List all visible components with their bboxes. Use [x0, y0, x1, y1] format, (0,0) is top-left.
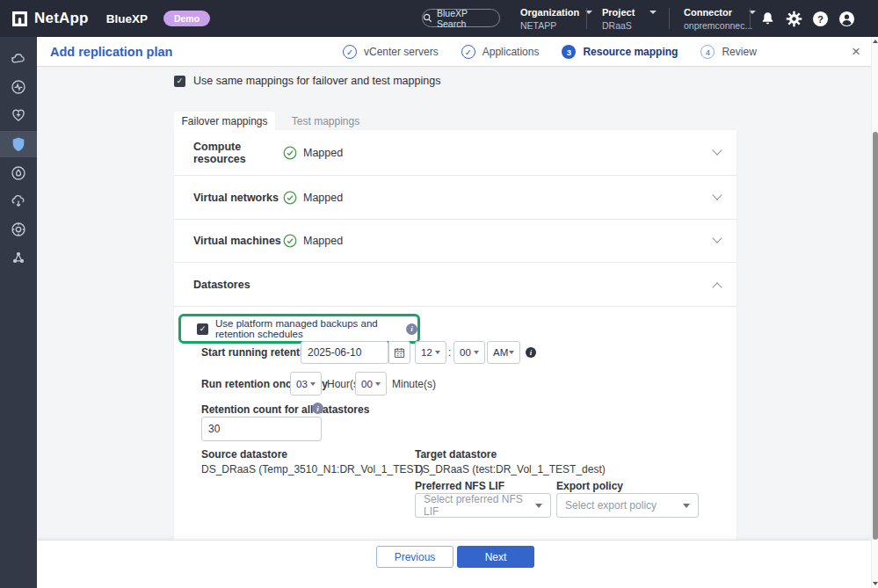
bluexp-search[interactable]: BlueXP Search — [422, 9, 500, 27]
chevron-up-icon[interactable] — [712, 282, 722, 292]
close-icon[interactable]: × — [852, 43, 860, 61]
tab-test-mappings[interactable]: Test mappings — [275, 112, 376, 130]
step-review[interactable]: 4 Review — [700, 45, 756, 59]
user-account-icon[interactable] — [838, 10, 855, 27]
sidebar-item-sync[interactable] — [0, 245, 37, 270]
next-button[interactable]: Next — [457, 546, 534, 568]
chevron-down-icon — [435, 351, 440, 354]
sidebar-item-clouds[interactable] — [0, 47, 37, 71]
same-mappings-checkbox[interactable]: ✓ — [174, 76, 185, 87]
step-resource-mapping[interactable]: 3 Resource mapping — [562, 45, 678, 59]
retention-count-label: Retention count for all datastores — [201, 403, 369, 416]
row-label: Datastores — [193, 279, 283, 291]
minutes-suffix-label: Minute(s) — [392, 378, 436, 390]
row-label: Compute resources — [193, 141, 283, 165]
row-virtual-machines[interactable]: Virtual machines Mapped — [174, 220, 737, 263]
vertical-scrollbar — [871, 37, 878, 588]
brand: NetApp BlueXP Demo — [12, 0, 210, 37]
ampm-select[interactable]: AM — [487, 341, 520, 364]
info-icon[interactable]: i — [526, 347, 536, 358]
chevron-down-icon — [474, 351, 479, 354]
source-datastore-value: DS_DRaaS (Temp_3510_N1:DR_Vol_1_TEST) — [201, 463, 424, 475]
minute-value: 00 — [460, 347, 471, 358]
sidebar-item-restore[interactable] — [0, 189, 37, 214]
row-label: Virtual networks — [193, 192, 283, 204]
tab-failover-mappings[interactable]: Failover mappings — [174, 112, 275, 130]
chevron-down-icon — [375, 382, 381, 386]
sidebar-item-ransomware[interactable] — [0, 161, 37, 185]
chevron-down-icon[interactable] — [712, 233, 722, 243]
shield-protection-icon — [11, 136, 26, 152]
row-datastores-header[interactable]: Datastores — [174, 263, 737, 307]
previous-button[interactable]: Previous — [376, 546, 454, 568]
ampm-value: AM — [493, 347, 508, 358]
status-badge: Mapped — [283, 146, 343, 160]
time-colon: : — [448, 346, 451, 359]
chevron-down-icon — [535, 504, 542, 508]
sidebar-item-protection-active[interactable] — [0, 131, 37, 157]
connector-menu[interactable]: Connector onpremconnec... — [684, 7, 744, 32]
project-label: Project — [602, 7, 644, 18]
chevron-down-icon[interactable] — [712, 145, 722, 155]
scroll-up-arrow-icon[interactable] — [873, 40, 878, 43]
target-datastore-value: DS_DRaaS (test:DR_Vol_1_TEST_dest) — [415, 463, 606, 475]
same-mappings-row: ✓ Use same mappings for failover and tes… — [174, 75, 440, 87]
wizard-steps: ✓ vCenter servers ✓ Applications 3 Resou… — [343, 37, 757, 67]
ransomware-protection-icon — [11, 165, 26, 181]
status-text: Mapped — [303, 192, 343, 204]
help-icon[interactable]: ? — [811, 10, 829, 27]
retention-count-input[interactable] — [201, 417, 322, 441]
step-done-check-icon: ✓ — [461, 45, 475, 59]
hour-select[interactable]: 12 — [415, 341, 446, 364]
mapped-check-icon — [283, 234, 297, 248]
notifications-bell-icon[interactable] — [758, 10, 776, 27]
organization-menu[interactable]: Organization NETAPP — [520, 7, 580, 32]
step-vcenter-servers[interactable]: ✓ vCenter servers — [343, 45, 439, 59]
header-divider — [586, 8, 587, 29]
organization-label: Organization — [520, 7, 580, 18]
status-badge: Mapped — [283, 191, 343, 205]
chevron-down-icon — [649, 11, 657, 14]
minute-select[interactable]: 00 — [454, 341, 485, 364]
export-policy-dropdown[interactable]: Select export policy — [556, 493, 699, 518]
sync-nodes-icon — [11, 250, 26, 265]
project-menu[interactable]: Project DRaaS — [602, 7, 644, 32]
header-divider — [750, 8, 751, 29]
bluexp-app-window: NetApp BlueXP Demo BlueXP Search Organiz… — [0, 0, 878, 588]
status-text: Mapped — [303, 147, 343, 159]
sidebar-item-console[interactable] — [0, 75, 37, 99]
health-heart-icon — [11, 107, 26, 123]
step-applications[interactable]: ✓ Applications — [461, 45, 540, 59]
export-policy-placeholder: Select export policy — [565, 499, 657, 512]
sidebar-item-health[interactable] — [0, 103, 37, 127]
mapped-check-icon — [283, 191, 297, 205]
row-virtual-networks[interactable]: Virtual networks Mapped — [174, 176, 737, 220]
chevron-down-icon — [509, 351, 514, 354]
same-mappings-label: Use same mappings for failover and test … — [193, 75, 440, 87]
interval-minute-select[interactable]: 00 — [355, 372, 387, 396]
platform-backups-checkbox[interactable]: ✓ — [197, 323, 208, 335]
chevron-down-icon[interactable] — [712, 190, 722, 200]
retention-date-input[interactable] — [301, 341, 388, 364]
step-number-badge: 4 — [700, 45, 715, 59]
nfs-lif-label: Preferred NFS LIF — [415, 480, 504, 492]
search-label: BlueXP Search — [437, 8, 499, 29]
info-icon[interactable]: i — [312, 403, 323, 414]
export-policy-label: Export policy — [556, 480, 623, 492]
scrollbar-thumb[interactable] — [873, 132, 878, 540]
scroll-down-arrow-icon[interactable] — [873, 582, 878, 585]
step-label: Review — [722, 46, 756, 58]
product-name: BlueXP — [106, 12, 148, 25]
step-done-check-icon: ✓ — [343, 45, 357, 59]
settings-gear-icon[interactable] — [785, 10, 802, 27]
calendar-icon[interactable] — [388, 341, 410, 364]
info-icon[interactable]: i — [406, 323, 417, 335]
top-header: NetApp BlueXP Demo BlueXP Search Organiz… — [0, 0, 878, 37]
chevron-down-icon — [310, 382, 316, 386]
interval-hour-select[interactable]: 03 — [290, 372, 322, 396]
nfs-lif-dropdown[interactable]: Select preferred NFS LIF — [415, 493, 551, 518]
governance-icon — [11, 221, 26, 237]
row-compute-resources[interactable]: Compute resources Mapped — [174, 130, 737, 176]
step-label: Resource mapping — [583, 46, 678, 58]
sidebar-item-governance[interactable] — [0, 217, 37, 242]
